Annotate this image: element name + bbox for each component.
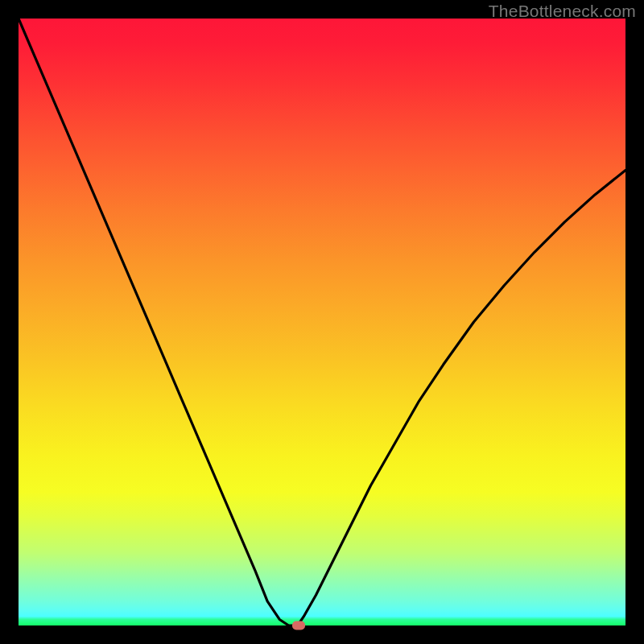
watermark-text: TheBottleneck.com (489, 2, 636, 21)
optimum-marker (292, 621, 305, 630)
bottleneck-curve (19, 19, 625, 625)
chart-frame: TheBottleneck.com (0, 0, 644, 644)
